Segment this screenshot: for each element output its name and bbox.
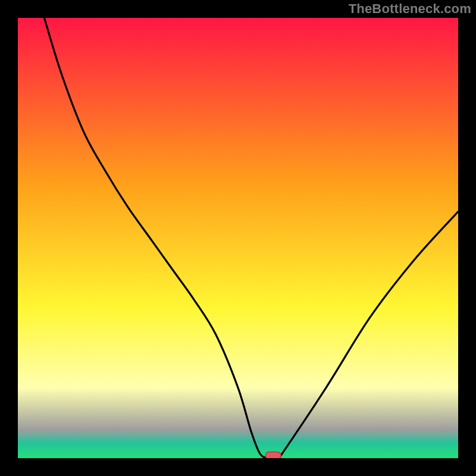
optimum-marker — [265, 452, 281, 459]
gradient-background — [18, 18, 458, 458]
bottleneck-chart — [0, 0, 476, 476]
watermark-text: TheBottleneck.com — [349, 1, 471, 17]
chart-container: TheBottleneck.com — [0, 0, 476, 476]
